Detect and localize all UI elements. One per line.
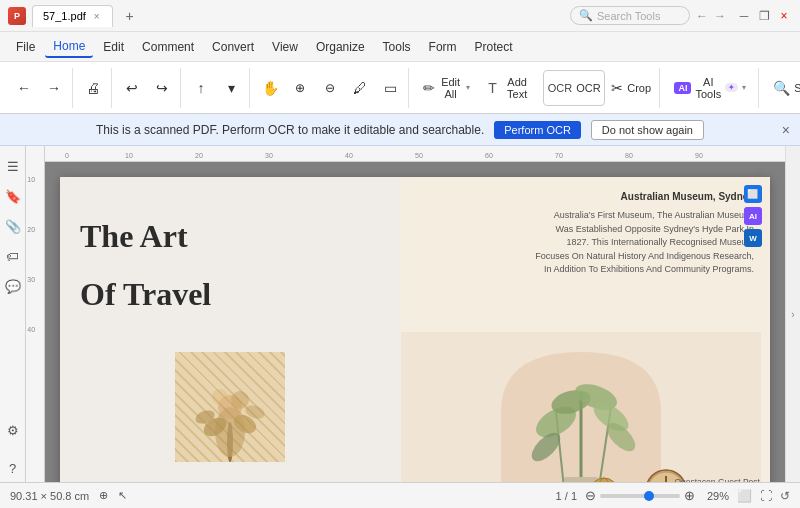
svg-rect-0 bbox=[175, 352, 285, 462]
menu-view[interactable]: View bbox=[264, 37, 306, 57]
content-column: 0 10 20 30 40 50 60 70 80 90 The Art Of … bbox=[45, 146, 785, 482]
share-btn[interactable]: ↑ bbox=[187, 70, 215, 106]
ruler-mark-70: 70 bbox=[555, 146, 563, 161]
ai-tools-btn[interactable]: AI AI Tools ✦ ▾ bbox=[666, 70, 754, 106]
zoom-slider[interactable] bbox=[600, 494, 680, 498]
pdf-floral-image bbox=[175, 352, 285, 462]
pdf-ai-badge: AI bbox=[744, 207, 762, 225]
hand-tool-btn[interactable]: ✋ bbox=[256, 70, 284, 106]
rotation-btn[interactable]: ↺ bbox=[780, 489, 790, 503]
svg-rect-21 bbox=[564, 477, 598, 482]
zoom-in-btn[interactable]: ⊕ bbox=[286, 70, 314, 106]
sidebar-icon-comment[interactable]: 💬 bbox=[3, 276, 23, 296]
ribbon-tools-group: ✋ ⊕ ⊖ 🖊 ▭ bbox=[252, 68, 409, 108]
close-btn[interactable]: × bbox=[776, 8, 792, 24]
pdf-blue-badge: ⬜ bbox=[744, 185, 762, 203]
sidebar-icon-attachment[interactable]: 📎 bbox=[3, 216, 23, 236]
nav-forward-btn[interactable]: → bbox=[714, 9, 726, 23]
pdf-museum-desc: Australia's First Museum, The Australian… bbox=[534, 209, 754, 277]
status-right: 1 / 1 ⊖ ⊕ 29% ⬜ ⛶ ↺ bbox=[556, 488, 790, 503]
ribbon-edit-group: ✏ Edit All ▾ T Add Text OCR OCR ✂ Crop bbox=[411, 68, 660, 108]
sidebar-icon-menu[interactable]: ☰ bbox=[3, 156, 23, 176]
fit-width-btn[interactable]: ⬜ bbox=[737, 489, 752, 503]
redo-btn[interactable]: ↪ bbox=[148, 70, 176, 106]
ocr-btn[interactable]: OCR OCR bbox=[543, 70, 604, 106]
document-area[interactable]: The Art Of Travel bbox=[45, 162, 785, 482]
ocr-banner-close-btn[interactable]: × bbox=[782, 122, 790, 138]
pdf-museum-info: Australian Museum, Sydney Australia's Fi… bbox=[401, 177, 770, 285]
tab-close-btn[interactable]: × bbox=[92, 10, 102, 23]
title-bar: P 57_1.pdf × + 🔍 Search Tools ← → ─ ❐ × bbox=[0, 0, 800, 32]
minimize-btn[interactable]: ─ bbox=[736, 8, 752, 24]
ocr-banner: This is a scanned PDF. Perform OCR to ma… bbox=[0, 114, 800, 146]
ruler-mark-50: 50 bbox=[415, 146, 423, 161]
svg-point-1 bbox=[227, 422, 233, 462]
zoom-in-status-btn[interactable]: ⊕ bbox=[684, 488, 695, 503]
select-btn[interactable]: ▭ bbox=[376, 70, 404, 106]
undo-btn[interactable]: ↩ bbox=[118, 70, 146, 106]
menu-tools[interactable]: Tools bbox=[375, 37, 419, 57]
ribbon: ← → 🖨 ↩ ↪ ↑ ▾ ✋ ⊕ ⊖ 🖊 ▭ ✏ Edit All ▾ T A… bbox=[0, 62, 800, 114]
fit-page-btn[interactable]: ⛶ bbox=[760, 489, 772, 503]
dismiss-ocr-btn[interactable]: Do not show again bbox=[591, 120, 704, 140]
ocr-banner-text: This is a scanned PDF. Perform OCR to ma… bbox=[96, 123, 484, 137]
menu-form[interactable]: Form bbox=[421, 37, 465, 57]
zoom-out-btn[interactable]: ⊖ bbox=[316, 70, 344, 106]
print-btn[interactable]: 🖨 bbox=[79, 70, 107, 106]
crop-btn[interactable]: ✂ Crop bbox=[607, 70, 656, 106]
nav-back-ribbon-btn[interactable]: ← bbox=[10, 70, 38, 106]
view-dropdown-btn[interactable]: ▾ bbox=[217, 70, 245, 106]
pdf-title-line2: Of Travel bbox=[80, 275, 381, 313]
svg-point-6 bbox=[212, 389, 228, 405]
sidebar-icon-tag[interactable]: 🏷 bbox=[3, 246, 23, 266]
edit-all-btn[interactable]: ✏ Edit All ▾ bbox=[415, 70, 478, 106]
add-text-btn[interactable]: T Add Text bbox=[480, 70, 541, 106]
zoom-out-status-btn[interactable]: ⊖ bbox=[585, 488, 596, 503]
file-tab[interactable]: 57_1.pdf × bbox=[32, 5, 113, 27]
sidebar-icon-bookmark[interactable]: 🔖 bbox=[3, 186, 23, 206]
sidebar-icon-help[interactable]: ? bbox=[3, 458, 23, 478]
perform-ocr-btn[interactable]: Perform OCR bbox=[494, 121, 581, 139]
crop-label: Crop bbox=[627, 82, 651, 94]
status-cursor-icon: ⊕ bbox=[99, 489, 108, 502]
ruler-mark-90: 90 bbox=[695, 146, 703, 161]
ribbon-ai-group: AI AI Tools ✦ ▾ bbox=[662, 68, 759, 108]
menu-file[interactable]: File bbox=[8, 37, 43, 57]
highlight-btn[interactable]: 🖊 bbox=[346, 70, 374, 106]
nav-forward-ribbon-btn[interactable]: → bbox=[40, 70, 68, 106]
pdf-right-panel: ⬜ AI W Australian Museum, Sydney Austral… bbox=[401, 177, 770, 482]
ribbon-print-group: 🖨 bbox=[75, 68, 112, 108]
search-label: Search bbox=[794, 82, 800, 94]
menu-edit[interactable]: Edit bbox=[95, 37, 132, 57]
menu-convert[interactable]: Convert bbox=[204, 37, 262, 57]
search-ribbon-btn[interactable]: 🔍 Search bbox=[765, 70, 800, 106]
status-bar: 90.31 × 50.8 cm ⊕ ↖ 1 / 1 ⊖ ⊕ 29% ⬜ ⛶ ↺ bbox=[0, 482, 800, 508]
menu-comment[interactable]: Comment bbox=[134, 37, 202, 57]
pdf-caption-area: Questacon,Guest Post Canberra bbox=[674, 477, 760, 482]
restore-btn[interactable]: ❐ bbox=[756, 8, 772, 24]
svg-point-4 bbox=[231, 411, 260, 437]
svg-point-8 bbox=[194, 408, 217, 426]
ruler-mark-0: 0 bbox=[65, 146, 69, 161]
ruler-mark-40: 40 bbox=[345, 146, 353, 161]
pdf-title-line1: The Art bbox=[80, 217, 381, 255]
menu-protect[interactable]: Protect bbox=[467, 37, 521, 57]
right-arrow-btn[interactable]: › bbox=[791, 309, 794, 320]
ribbon-share-group: ↑ ▾ bbox=[183, 68, 250, 108]
zoom-level-text: 29% bbox=[699, 490, 729, 502]
search-tools-input[interactable]: Search Tools bbox=[597, 10, 660, 22]
sidebar-icon-settings[interactable]: ⚙ bbox=[3, 420, 23, 440]
zoom-controls: ⊖ ⊕ 29% bbox=[585, 488, 729, 503]
nav-back-btn[interactable]: ← bbox=[696, 9, 708, 23]
zoom-thumb bbox=[644, 491, 654, 501]
ribbon-search-group: 🔍 Search bbox=[761, 68, 800, 108]
pdf-word-badge: W bbox=[744, 229, 762, 247]
menu-home[interactable]: Home bbox=[45, 36, 93, 58]
ruler-mark-20: 20 bbox=[195, 146, 203, 161]
pdf-title: The Art Of Travel bbox=[80, 197, 381, 314]
status-pointer-icon: ↖ bbox=[118, 489, 127, 502]
ribbon-history-group: ↩ ↪ bbox=[114, 68, 181, 108]
new-tab-btn[interactable]: + bbox=[119, 5, 141, 27]
ruler-mark-10: 10 bbox=[125, 146, 133, 161]
menu-organize[interactable]: Organize bbox=[308, 37, 373, 57]
